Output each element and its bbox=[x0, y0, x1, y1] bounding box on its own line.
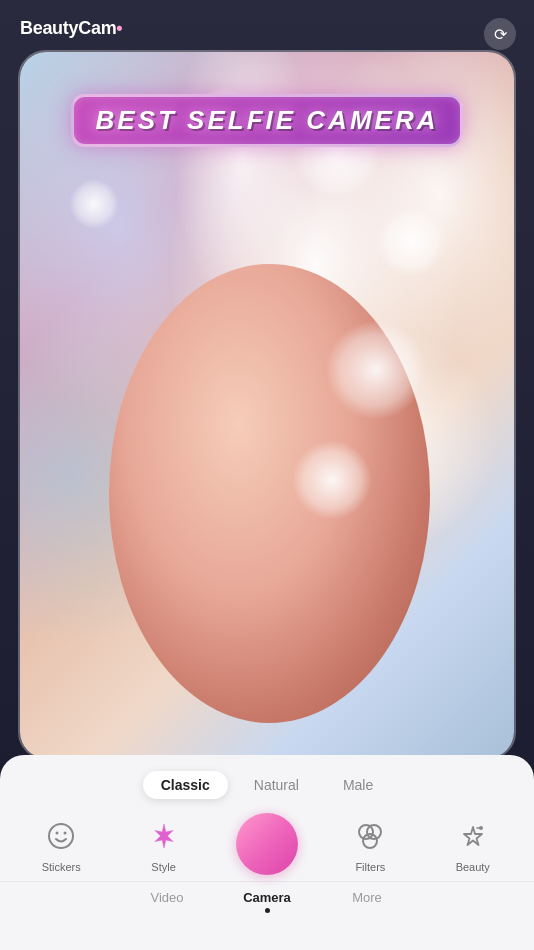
sticker-icon bbox=[41, 816, 81, 856]
banner: BEST SELFIE CAMERA bbox=[71, 94, 464, 147]
nav-video[interactable]: Video bbox=[117, 886, 217, 917]
capture-button[interactable] bbox=[236, 813, 298, 875]
filters-button[interactable]: Filters bbox=[340, 816, 400, 873]
stickers-label: Stickers bbox=[42, 861, 81, 873]
style-label: Style bbox=[151, 861, 175, 873]
bokeh-circle-2 bbox=[376, 207, 446, 277]
nav-video-label: Video bbox=[150, 890, 183, 905]
beauty-button[interactable]: Beauty bbox=[443, 816, 503, 873]
banner-text: BEST SELFIE CAMERA bbox=[96, 105, 439, 135]
svg-point-1 bbox=[56, 831, 59, 834]
camera-viewfinder: BEST SELFIE CAMERA bbox=[18, 50, 516, 760]
style-icon bbox=[144, 816, 184, 856]
bokeh-circle-3 bbox=[326, 320, 426, 420]
flip-camera-icon[interactable]: ⟳ bbox=[484, 18, 516, 50]
svg-point-2 bbox=[64, 831, 67, 834]
nav-more-label: More bbox=[352, 890, 382, 905]
style-button[interactable]: Style bbox=[134, 816, 194, 873]
tab-classic[interactable]: Classic bbox=[143, 771, 228, 799]
beauty-label: Beauty bbox=[456, 861, 490, 873]
trademark: • bbox=[116, 18, 122, 38]
svg-point-0 bbox=[49, 824, 73, 848]
svg-point-5 bbox=[363, 834, 377, 848]
bottom-navigation: Video Camera More bbox=[0, 881, 534, 923]
nav-more[interactable]: More bbox=[317, 886, 417, 917]
banner-container: BEST SELFIE CAMERA bbox=[28, 94, 506, 147]
bokeh-circle-6 bbox=[292, 440, 372, 520]
capture-button-container bbox=[236, 813, 298, 875]
filters-icon bbox=[350, 816, 390, 856]
beauty-icon bbox=[453, 816, 493, 856]
bottom-panel: Classic Natural Male Stickers bbox=[0, 755, 534, 950]
toolbar: Stickers Style Filters bbox=[0, 809, 534, 881]
filters-label: Filters bbox=[355, 861, 385, 873]
nav-camera-label: Camera bbox=[243, 890, 291, 905]
tab-male[interactable]: Male bbox=[325, 771, 391, 799]
logo: BeautyCam• bbox=[20, 18, 122, 39]
top-actions: ⟳ bbox=[484, 18, 516, 50]
nav-camera[interactable]: Camera bbox=[217, 886, 317, 917]
stickers-button[interactable]: Stickers bbox=[31, 816, 91, 873]
filter-tabs: Classic Natural Male bbox=[0, 755, 534, 809]
nav-active-indicator bbox=[265, 908, 270, 913]
app-name: BeautyCam• bbox=[20, 18, 122, 39]
tab-natural[interactable]: Natural bbox=[236, 771, 317, 799]
